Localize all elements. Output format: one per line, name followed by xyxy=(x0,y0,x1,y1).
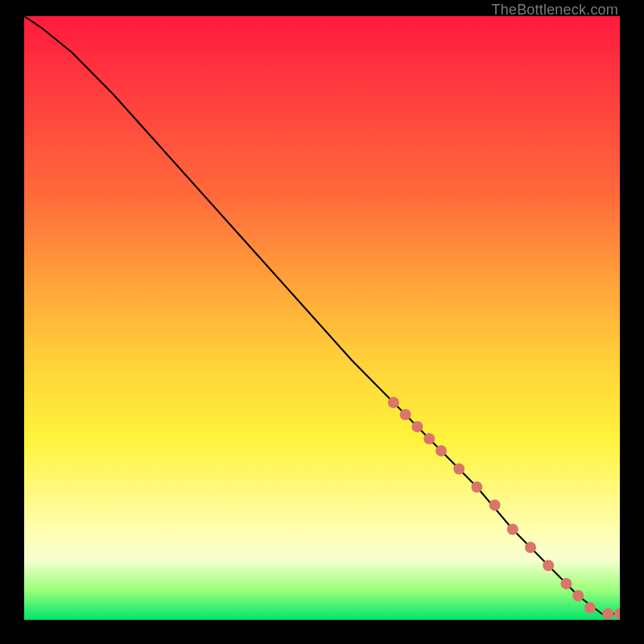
scatter-dot xyxy=(489,500,501,511)
chart-frame: TheBottleneck.com xyxy=(0,0,644,644)
plot-area xyxy=(24,16,620,620)
scatter-dot xyxy=(411,421,423,432)
scatter-dot xyxy=(423,433,435,444)
scatter-dot xyxy=(507,524,518,535)
scatter-dot xyxy=(584,602,596,613)
scatter-dot xyxy=(388,397,399,408)
scatter-group xyxy=(388,397,620,620)
scatter-dot xyxy=(471,481,482,493)
scatter-dot xyxy=(560,578,572,589)
scatter-dot xyxy=(436,445,447,456)
scatter-dot xyxy=(602,609,613,620)
scatter-dot xyxy=(400,409,411,420)
scatter-dot xyxy=(525,542,536,553)
scatter-dot xyxy=(572,590,584,601)
chart-curve xyxy=(24,16,620,614)
scatter-dot xyxy=(543,560,554,572)
chart-svg xyxy=(24,16,620,620)
scatter-dot xyxy=(453,464,464,475)
scatter-dot xyxy=(614,609,620,620)
